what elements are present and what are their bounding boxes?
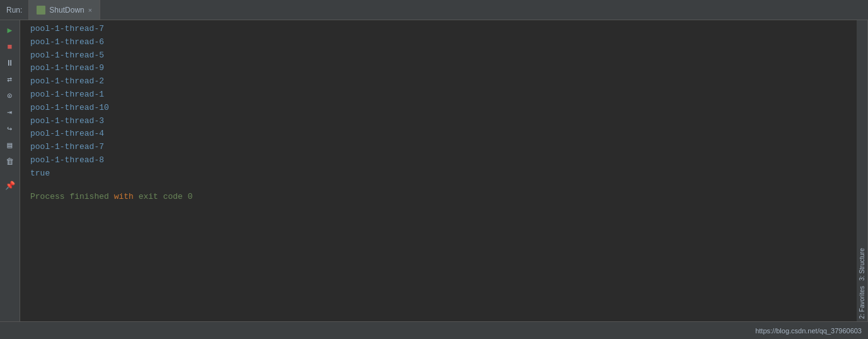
console-line: pool-1-thread-10 (20, 102, 857, 115)
console-line: pool-1-thread-1 (20, 88, 857, 102)
shutdown-tab[interactable]: ShutDown × (29, 0, 100, 20)
login-button[interactable]: ↪ (3, 121, 18, 136)
stop-button[interactable]: ■ (3, 39, 18, 54)
console-line: pool-1-thread-7 (20, 23, 857, 36)
tab-title: ShutDown (49, 6, 84, 15)
layout-button[interactable]: ▤ (3, 138, 18, 153)
status-bar: https://blog.csdn.net/qq_37960603 (0, 321, 868, 339)
vertical-labels-panel: 3: Structure 2: Favorites (857, 20, 868, 321)
vertical-label-structure[interactable]: 3: Structure (857, 246, 867, 283)
tab-close-button[interactable]: × (88, 6, 92, 14)
vertical-label-favorites[interactable]: 2: Favorites (857, 283, 867, 321)
console-line: pool-1-thread-9 (20, 62, 857, 75)
console-spacer (20, 181, 857, 191)
right-panel: pool-1-thread-7pool-1-thread-6pool-1-thr… (20, 20, 868, 321)
run-label: Run: (0, 0, 29, 20)
status-url: https://blog.csdn.net/qq_37960603 (755, 327, 862, 335)
console-line: pool-1-thread-6 (20, 36, 857, 49)
tab-bar: Run: ShutDown × (0, 0, 868, 20)
delete-button[interactable]: 🗑 (3, 154, 18, 169)
console-output[interactable]: pool-1-thread-7pool-1-thread-6pool-1-thr… (20, 20, 857, 321)
console-line: pool-1-thread-5 (20, 49, 857, 62)
console-line: pool-1-thread-2 (20, 75, 857, 88)
console-line: pool-1-thread-4 (20, 128, 857, 141)
pin-button[interactable]: 📌 (3, 178, 18, 193)
tab-icon (37, 6, 45, 15)
keyword-with: with (114, 192, 134, 201)
console-line: pool-1-thread-8 (20, 154, 857, 167)
rerun-button[interactable]: ⇄ (3, 72, 18, 87)
console-line: Process finished with exit code 0 (20, 191, 857, 204)
step-button[interactable]: ⇥ (3, 105, 18, 120)
console-line: pool-1-thread-7 (20, 141, 857, 154)
left-toolbar: ▶ ■ ⏸ ⇄ ⊙ ⇥ ↪ ▤ 🗑 📌 (0, 20, 20, 321)
screenshot-button[interactable]: ⊙ (3, 88, 18, 104)
console-line: pool-1-thread-3 (20, 115, 857, 128)
console-line: true (20, 167, 857, 181)
run-button[interactable]: ▶ (3, 23, 18, 38)
main-area: ▶ ■ ⏸ ⇄ ⊙ ⇥ ↪ ▤ 🗑 📌 pool-1-thread-7pool-… (0, 20, 868, 321)
pause-button[interactable]: ⏸ (3, 56, 18, 71)
